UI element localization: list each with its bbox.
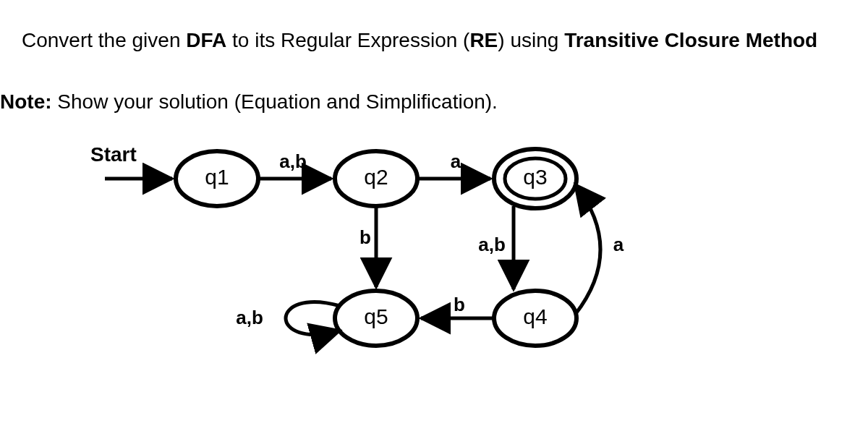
edge-q4-q3 (575, 184, 600, 315)
page-root: Convert the given DFA to its Regular Exp… (0, 0, 868, 426)
edge-q5-q5-label: a,b (236, 307, 263, 328)
edge-q4-q3-label: a (613, 234, 624, 255)
edge-q2-q3-label: a (451, 150, 461, 172)
title-line: Convert the given DFA to its Regular Exp… (22, 29, 817, 52)
edge-q1-q2-label: a,b (279, 150, 307, 172)
edge-q4-q5-label: b (454, 294, 465, 315)
start-label: Start (90, 143, 137, 166)
title-re: RE (469, 29, 498, 51)
note-line: Note: Show your solution (Equation and S… (0, 90, 498, 114)
edge-q2-q5-label: b (359, 226, 371, 248)
note-label: Note: (0, 90, 52, 113)
edge-q5-q5 (286, 302, 340, 335)
title-prefix: Convert the given (22, 29, 186, 51)
state-q4-label: q4 (523, 304, 547, 328)
title-mid: to its Regular Expression ( (226, 29, 469, 51)
state-q1-label: q1 (205, 165, 229, 189)
title-mid2: ) using (498, 29, 564, 51)
state-q3-label: q3 (523, 165, 547, 189)
state-q5-label: q5 (364, 304, 388, 328)
title-method: Transitive Closure Method (564, 29, 817, 51)
dfa-diagram: Start q1 q2 q3 q4 q5 a,b a (80, 141, 731, 387)
edge-q3-q4-label: a,b (478, 234, 506, 255)
title-dfa: DFA (186, 29, 226, 51)
note-text: Show your solution (Equation and Simplif… (52, 90, 498, 113)
state-q2-label: q2 (364, 165, 388, 189)
